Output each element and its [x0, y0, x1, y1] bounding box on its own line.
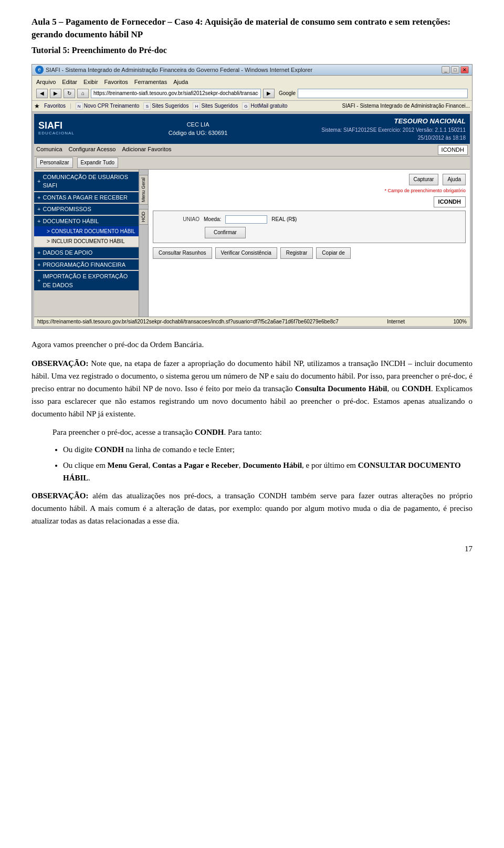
sidebar-label-dados: DADOS DE APOIO: [43, 248, 92, 257]
expandir-tudo-button[interactable]: Expandir Tudo: [77, 158, 119, 168]
nav-configurar[interactable]: Configurar Acesso: [69, 145, 116, 155]
expand-icon-importacao: +: [37, 276, 40, 285]
consultar-rasunhos-button[interactable]: Consultar Rasunhos: [153, 247, 212, 259]
sidebar-label-compromissos: COMPROMISSOS: [43, 205, 91, 214]
copiar-de-button[interactable]: Copiar de: [316, 247, 350, 259]
sidebar-label-prog: PROGRAMAÇÃO FINANCEIRA: [43, 260, 125, 269]
forward-button[interactable]: ▶: [50, 89, 61, 98]
form-area: UNIAO Moeda: REAL (R$) Confirmar: [153, 211, 466, 243]
bottom-button-row: Consultar Rasunhos Verificar Consistênci…: [153, 247, 466, 259]
tesouro-nacional-label: TESOURO NACIONAL: [321, 116, 466, 127]
bullet1-end: na linha de comando e tecle Enter;: [124, 445, 235, 454]
sidebar-item-incluir-dh[interactable]: > INCLUIR DOCUMENTO HÁBIL: [34, 236, 139, 246]
star-icon: ★: [34, 101, 40, 111]
nav-favoritos[interactable]: Adicionar Favoritos: [122, 145, 171, 155]
command-input-label[interactable]: ICONDH: [438, 145, 468, 155]
status-url: https://treinamento-siafi.tesouro.gov.br…: [37, 318, 339, 326]
breadcrumb: SIAFI - Sistema Integrado de Administraç…: [342, 102, 470, 110]
minimize-button[interactable]: _: [442, 66, 450, 74]
nav-comunica[interactable]: Comunica: [36, 145, 62, 155]
menu-favoritos[interactable]: Favoritos: [104, 78, 128, 87]
bullet2-bold2: Contas a Pagar e Receber: [152, 461, 239, 469]
siafi-app: SIAFI EDUCACIONAL CEC LIA Código da UG: …: [32, 112, 472, 328]
siafi-org-code: Código da UG: 630691: [169, 129, 228, 138]
bullet1-start: Ou digite: [63, 445, 94, 454]
capturar-button[interactable]: Capturar: [409, 174, 439, 185]
sidebar-section-dochabili-header[interactable]: + DOCUMENTO HÁBIL: [34, 216, 139, 227]
siafi-logo: SIAFI: [38, 121, 75, 130]
indent-text-end: . Para tanto:: [224, 428, 262, 436]
observacao1-ou: , ou: [387, 384, 402, 393]
siafi-main-area: Capturar Ajuda * Campo de preenchimento …: [149, 170, 470, 317]
menu-arquivo[interactable]: Arquivo: [36, 78, 56, 87]
sidebar-section-dados-header[interactable]: + DADOS DE APOIO: [34, 247, 139, 258]
browser-titlebar: e SIAFI - Sistema Integrado de Administr…: [32, 65, 472, 76]
favorites-bar: ★ Favoritos | N Novo CPR Treinamento S S…: [32, 101, 472, 112]
sidebar-label-comunicacao: COMUNICAÇÃO DE USUÁRIOS SIAFI: [43, 173, 135, 190]
sidebar-section-prog-fin: + PROGRAMAÇÃO FINANCEIRA: [34, 259, 139, 270]
sidebar-item-consultar-dh[interactable]: > CONSULTAR DOCUMENTO HÁBIL: [34, 226, 139, 236]
paragraph-observacao1: OBSERVAÇÃO: Note que, na etapa de fazer …: [32, 357, 472, 420]
top-right-buttons: Capturar Ajuda: [153, 174, 466, 185]
fav-icon-novocpr: N: [76, 102, 83, 110]
fav-icon-hotmail: H: [193, 102, 200, 110]
verificar-consistencia-button[interactable]: Verificar Consistência: [215, 247, 277, 259]
siafi-toolbar2: Personalizar Expandir Tudo: [34, 156, 470, 170]
paragraph-agora: Agora vamos preencher o pré-doc da Ordem…: [32, 338, 472, 351]
ajuda-button[interactable]: Ajuda: [443, 174, 466, 185]
sidebar-label-contas: CONTAS A PAGAR E RECEBER: [43, 193, 128, 202]
sidebar-section-prog-header[interactable]: + PROGRAMAÇÃO FINANCEIRA: [34, 259, 139, 270]
menu-editar[interactable]: Editar: [62, 78, 77, 87]
siafi-logo-area: SIAFI EDUCACIONAL: [38, 121, 75, 137]
page-number: 17: [32, 543, 472, 555]
menu-ferramentas[interactable]: Ferramentas: [134, 78, 167, 87]
ie-icon: e: [35, 66, 44, 74]
address-input[interactable]: [91, 89, 261, 98]
fav-sites[interactable]: S Sites Sugeridos: [143, 102, 188, 110]
form-unidade-label: UNIAO: [158, 215, 200, 223]
fav-galeria[interactable]: G HotMail gratuito: [242, 102, 287, 110]
list-item-condh-command: Ou digite CONDH na linha de comando e te…: [63, 443, 472, 456]
google-search-input[interactable]: [298, 89, 468, 98]
list-item-menu-geral: Ou clique em Menu Geral, Contas a Pagar …: [63, 459, 472, 484]
fav-novo-cpr[interactable]: N Novo CPR Treinamento: [76, 102, 140, 110]
sidebar-section-compromissos-header[interactable]: + COMPROMISSOS: [34, 204, 139, 215]
bullet2-end: .: [88, 474, 90, 482]
bullet2-bold3: Documento Hábil: [243, 461, 302, 469]
siafi-body: + COMUNICAÇÃO DE USUÁRIOS SIAFI + CONTAS…: [34, 170, 470, 317]
siafi-org-name: CEC LIA: [169, 120, 228, 129]
condh-abbr-bold: CONDH: [402, 384, 431, 393]
sidebar-section-importacao-header[interactable]: + IMPORTAÇÃO E EXPORTAÇÃO DE DADOS: [34, 271, 139, 290]
expand-icon: +: [37, 177, 40, 186]
internet-zone: Internet: [387, 318, 405, 326]
close-button[interactable]: ✕: [460, 66, 469, 74]
sidebar-section-comunicacao: + COMUNICAÇÃO DE USUÁRIOS SIAFI: [34, 172, 139, 191]
observacao2-rest: além das atualizações nos pré-docs, a tr…: [32, 491, 472, 525]
sidebar-section-contas-header[interactable]: + CONTAS A PAGAR E RECEBER: [34, 192, 139, 203]
personalizar-button[interactable]: Personalizar: [36, 158, 73, 168]
home-button[interactable]: ⌂: [77, 89, 89, 98]
expand-icon-dochabili: +: [37, 217, 40, 226]
confirmar-button[interactable]: Confirmar: [205, 227, 246, 238]
fav-icon-galeria: G: [242, 102, 249, 110]
registrar-button[interactable]: Registrar: [280, 247, 313, 259]
refresh-button[interactable]: ↻: [64, 89, 75, 98]
observacao1-bold: OBSERVAÇÃO:: [32, 359, 88, 368]
fav-hotmail[interactable]: H Sites Sugeridos: [193, 102, 238, 110]
browser-window: e SIAFI - Sistema Integrado de Administr…: [32, 64, 472, 329]
maximize-button[interactable]: □: [451, 66, 459, 74]
menu-exibir[interactable]: Exibir: [83, 78, 98, 87]
favorites-label[interactable]: Favoritos: [44, 102, 66, 110]
hod-tab[interactable]: HÓD: [139, 209, 149, 225]
form-moeda-input[interactable]: [225, 215, 267, 224]
menu-ajuda[interactable]: Ajuda: [173, 78, 188, 87]
required-note: * Campo de preenchimento obrigatório: [153, 187, 466, 195]
siafi-nav: Comunica Configurar Acesso Adicionar Fav…: [34, 144, 470, 156]
sidebar-section-comunicacao-header[interactable]: + COMUNICAÇÃO DE USUÁRIOS SIAFI: [34, 172, 139, 191]
menu-geral-tab[interactable]: Menu Geral: [139, 175, 149, 205]
go-button[interactable]: ▶: [263, 89, 275, 98]
bullet2-sep1: ,: [148, 461, 152, 469]
page-subtitle: Tutorial 5: Preenchimento do Pré-doc: [32, 44, 472, 57]
sidebar-label-dochabili: DOCUMENTO HÁBIL: [43, 217, 99, 226]
back-button[interactable]: ◀: [36, 89, 48, 98]
